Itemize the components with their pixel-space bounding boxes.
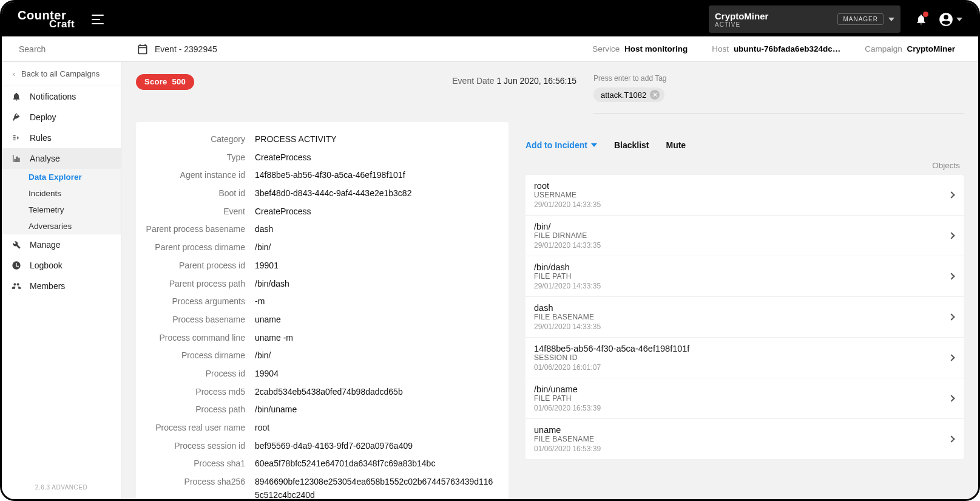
detail-key: Agent instance id xyxy=(136,169,255,182)
detail-value: /bin/ xyxy=(255,349,496,363)
wrench-icon xyxy=(12,240,21,250)
detail-value: 60ea5f78bfc5241e64701da6348f7c69a83b14bc xyxy=(255,457,496,471)
menu-icon[interactable] xyxy=(92,15,104,24)
campaign-name: CryptoMiner xyxy=(715,11,837,21)
sidebar-item-notifications[interactable]: Notifications xyxy=(2,86,121,107)
search-input[interactable] xyxy=(19,44,125,54)
object-title: /bin/ xyxy=(534,222,601,231)
sidebar-label: Analyse xyxy=(30,154,60,163)
sidebar-item-logbook[interactable]: Logbook xyxy=(2,255,121,276)
detail-row: Process dirname/bin/ xyxy=(136,347,496,365)
chevron-right-icon xyxy=(948,435,955,442)
detail-key: Process session id xyxy=(136,440,255,453)
sidebar-item-members[interactable]: Members xyxy=(2,276,121,296)
chart-icon xyxy=(12,154,21,163)
detail-row: Process basenameuname xyxy=(136,311,496,329)
event-date: Event Date 1 Jun 2020, 16:56:15 xyxy=(209,74,579,86)
sidebar-sub-telemetry[interactable]: Telemetry xyxy=(2,202,121,218)
detail-row: Process session idbef95569-d4a9-4163-9fd… xyxy=(136,437,496,455)
detail-key: Process sha256 xyxy=(136,475,255,499)
event-details: CategoryPROCESS ACTIVITYTypeCreateProces… xyxy=(136,122,509,499)
detail-row: Process md52cabd534eb5438a0fed74b98dadcd… xyxy=(136,383,496,401)
object-item[interactable]: rootUSERNAME29/01/2020 14:33:35 xyxy=(525,175,964,216)
sidebar-item-rules[interactable]: Rules xyxy=(2,128,121,148)
clock-icon xyxy=(12,261,21,270)
detail-value: -m xyxy=(255,295,496,308)
sidebar-label: Members xyxy=(30,281,65,291)
topbar: Counter Craft CryptoMiner ACTIVE MANAGER xyxy=(2,2,978,36)
detail-key: Process command line xyxy=(136,332,255,345)
detail-row: Process real user nameroot xyxy=(136,419,496,437)
chevron-right-icon xyxy=(948,191,955,198)
sidebar-sub-incidents[interactable]: Incidents xyxy=(2,185,121,202)
content: Score 500 Event Date 1 Jun 2020, 16:56:1… xyxy=(121,62,978,499)
app-frame: { "header": { "logo_top": "Counter", "lo… xyxy=(0,0,980,501)
rules-icon xyxy=(12,133,21,143)
detail-value: 8946690bfe12308e253054ea658b1552c02b6744… xyxy=(255,475,496,499)
object-title: 14f88be5-ab56-4f30-a5ca-46ef198f101f xyxy=(534,344,689,353)
detail-value: dash xyxy=(255,223,496,236)
sidebar-sub-adversaries[interactable]: Adversaries xyxy=(2,218,121,234)
detail-key: Process real user name xyxy=(136,421,255,435)
user-menu[interactable] xyxy=(938,12,962,27)
detail-row: Parent process id19901 xyxy=(136,257,496,275)
detail-row: CategoryPROCESS ACTIVITY xyxy=(136,131,496,149)
add-to-incident-button[interactable]: Add to Incident xyxy=(525,140,597,150)
sidebar-item-manage[interactable]: Manage xyxy=(2,234,121,255)
detail-row: Process id19904 xyxy=(136,365,496,383)
sidebar: ‹ Back to all Campaigns Notifications De… xyxy=(2,62,121,499)
sidebar-label: Rules xyxy=(30,133,52,143)
object-item[interactable]: unameFILE BASENAME01/06/2020 16:53:39 xyxy=(525,419,964,459)
bell-icon xyxy=(12,92,21,101)
detail-row: Boot id3bef48d0-d843-444c-9af4-443e2e1b3… xyxy=(136,185,496,203)
detail-row: Process sha2568946690bfe12308e253054ea65… xyxy=(136,473,496,499)
detail-key: Process path xyxy=(136,403,255,417)
version-text: 2.6.3 ADVANCED xyxy=(2,478,121,499)
object-item[interactable]: 14f88be5-ab56-4f30-a5ca-46ef198f101fSESS… xyxy=(525,338,964,378)
rocket-icon xyxy=(12,112,21,122)
back-to-campaigns[interactable]: ‹ Back to all Campaigns xyxy=(2,62,121,86)
campaign-info: Campaign CryptoMiner xyxy=(865,44,955,53)
tag-label: attack.T1082 xyxy=(601,90,646,100)
object-item[interactable]: dashFILE BASENAME29/01/2020 14:33:35 xyxy=(525,297,964,338)
mute-button[interactable]: Mute xyxy=(666,140,686,150)
object-type: FILE DIRNAME xyxy=(534,231,601,240)
detail-key: Parent process dirname xyxy=(136,241,255,254)
object-timestamp: 29/01/2020 14:33:35 xyxy=(534,200,601,209)
campaign-selector[interactable]: CryptoMiner ACTIVE MANAGER xyxy=(709,5,901,33)
score-badge: Score 500 xyxy=(136,74,194,90)
detail-value: bef95569-d4a9-4163-9fd7-620a0976a409 xyxy=(255,440,496,453)
sidebar-label: Manage xyxy=(30,240,61,250)
detail-key: Process sha1 xyxy=(136,457,255,471)
object-title: /bin/uname xyxy=(534,384,601,394)
remove-tag-icon[interactable]: ✕ xyxy=(650,90,660,100)
chevron-down-icon xyxy=(956,18,962,21)
tag-chip[interactable]: attack.T1082 ✕ xyxy=(593,87,664,102)
event-actions: Add to Incident Blacklist Mute xyxy=(525,140,964,150)
object-item[interactable]: /bin/FILE DIRNAME29/01/2020 14:33:35 xyxy=(525,216,964,256)
object-item[interactable]: /bin/dashFILE PATH29/01/2020 14:33:35 xyxy=(525,256,964,297)
detail-value: PROCESS ACTIVITY xyxy=(255,133,496,146)
back-label: Back to all Campaigns xyxy=(21,69,100,78)
sidebar-sub-data-explorer[interactable]: Data Explorer xyxy=(2,169,121,185)
calendar-icon xyxy=(137,43,149,55)
object-timestamp: 01/06/2020 16:53:39 xyxy=(534,404,601,412)
detail-key: Process dirname xyxy=(136,349,255,363)
logo: Counter Craft xyxy=(18,9,75,29)
chevron-right-icon xyxy=(948,395,955,401)
user-icon xyxy=(938,12,954,27)
host-info: Host ubuntu-76bfada6eb324dc… xyxy=(712,44,840,53)
chevron-right-icon xyxy=(948,354,955,361)
detail-key: Parent process basename xyxy=(136,223,255,236)
detail-row: Process sha160ea5f78bfc5241e64701da6348f… xyxy=(136,455,496,473)
detail-row: TypeCreateProcess xyxy=(136,149,496,167)
detail-value: /bin/uname xyxy=(255,403,496,417)
sidebar-item-deploy[interactable]: Deploy xyxy=(2,107,121,128)
object-item[interactable]: /bin/unameFILE PATH01/06/2020 16:53:39 xyxy=(525,378,964,419)
chevron-down-icon xyxy=(591,143,597,147)
blacklist-button[interactable]: Blacklist xyxy=(614,140,649,150)
notifications-icon[interactable] xyxy=(915,13,927,26)
object-title: root xyxy=(534,181,601,191)
object-type: SESSION ID xyxy=(534,353,689,362)
sidebar-item-analyse[interactable]: Analyse xyxy=(2,148,121,169)
